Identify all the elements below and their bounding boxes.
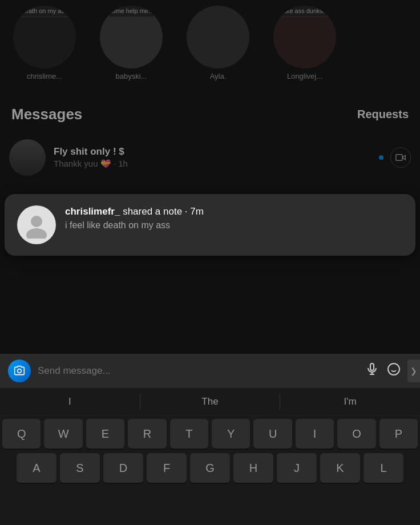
story-item-3[interactable]: fake ass dunks... Longlivej... bbox=[265, 6, 345, 80]
story-avatar-2 bbox=[187, 6, 249, 68]
suggestion-1[interactable]: The bbox=[140, 388, 280, 415]
preview-text-0: Thankk yuu 💝 · 1h bbox=[54, 159, 128, 169]
story-name-3: Longlivej... bbox=[265, 72, 345, 80]
popup-dot: · bbox=[185, 206, 190, 217]
message-list: Fly shit only ! $ Thankk yuu 💝 · 1h bbox=[0, 129, 420, 186]
message-input-bar: ❯ bbox=[0, 354, 420, 388]
key-D[interactable]: D bbox=[103, 453, 143, 483]
key-F[interactable]: F bbox=[147, 453, 187, 483]
popup-message: i feel like death on my ass bbox=[65, 220, 403, 231]
popup-time: 7m bbox=[190, 206, 204, 217]
key-K[interactable]: K bbox=[320, 453, 360, 483]
suggestion-2[interactable]: I'm bbox=[280, 388, 420, 415]
key-L[interactable]: L bbox=[364, 453, 403, 483]
key-G[interactable]: G bbox=[190, 453, 230, 483]
svg-point-1 bbox=[31, 216, 42, 227]
message-actions-0 bbox=[379, 147, 411, 168]
chevron-right-icon[interactable]: ❯ bbox=[407, 360, 420, 382]
svg-rect-4 bbox=[370, 364, 374, 370]
popup-action-text: shared a note bbox=[123, 206, 182, 217]
popup-title: chrislimefr_ shared a note · 7m bbox=[65, 205, 403, 218]
story-name-0: chrislime... bbox=[5, 72, 84, 80]
story-note-1: come help me... bbox=[104, 6, 159, 17]
key-S[interactable]: S bbox=[60, 453, 100, 483]
key-R[interactable]: R bbox=[128, 419, 166, 449]
key-J[interactable]: J bbox=[277, 453, 317, 483]
story-name-2: Ayla. bbox=[178, 72, 258, 80]
story-avatar-3: fake ass dunks... bbox=[273, 6, 336, 68]
svg-point-3 bbox=[18, 369, 22, 373]
message-content-0: Fly shit only ! $ Thankk yuu 💝 · 1h bbox=[54, 146, 371, 169]
messages-title: Messages bbox=[11, 106, 82, 123]
key-I[interactable]: I bbox=[296, 419, 334, 449]
avatar-silhouette-0 bbox=[9, 139, 46, 176]
key-E[interactable]: E bbox=[86, 419, 124, 449]
svg-rect-0 bbox=[396, 155, 402, 161]
story-item-0[interactable]: death on my ass chrislime... bbox=[5, 6, 84, 80]
key-H[interactable]: H bbox=[233, 453, 273, 483]
key-row-0: Q W E R T Y U I O P bbox=[2, 419, 418, 449]
keyboard: I The I'm Q W E R T Y U I O P A S D F G … bbox=[0, 388, 420, 525]
sticker-icon[interactable] bbox=[387, 362, 401, 379]
popup-content: chrislimefr_ shared a note · 7m i feel l… bbox=[65, 205, 403, 231]
message-preview-0: Thankk yuu 💝 · 1h bbox=[54, 159, 371, 169]
microphone-icon[interactable] bbox=[365, 362, 379, 379]
message-item-0[interactable]: Fly shit only ! $ Thankk yuu 💝 · 1h bbox=[0, 134, 420, 181]
key-A[interactable]: A bbox=[17, 453, 56, 483]
unread-dot-0 bbox=[379, 155, 383, 160]
key-Y[interactable]: Y bbox=[212, 419, 250, 449]
story-name-1: babyski... bbox=[91, 72, 171, 80]
input-icons bbox=[365, 362, 401, 379]
story-note-0: death on my ass bbox=[17, 6, 73, 17]
key-T[interactable]: T bbox=[170, 419, 208, 449]
popup-avatar bbox=[17, 205, 56, 244]
messages-header: Messages Requests bbox=[0, 100, 420, 129]
key-Q[interactable]: Q bbox=[2, 419, 41, 449]
suggestions-row: I The I'm bbox=[0, 388, 420, 415]
keys-area: Q W E R T Y U I O P A S D F G H J K L bbox=[0, 415, 420, 490]
requests-title[interactable]: Requests bbox=[357, 108, 409, 121]
key-P[interactable]: P bbox=[379, 419, 418, 449]
stories-area: death on my ass chrislime... come help m… bbox=[0, 0, 420, 100]
message-sender-0: Fly shit only ! $ bbox=[54, 146, 371, 158]
story-avatar-1: come help me... bbox=[100, 6, 163, 68]
popup-username: chrislimefr_ bbox=[65, 206, 120, 217]
story-item-1[interactable]: come help me... babyski... bbox=[91, 6, 171, 80]
story-avatar-0: death on my ass bbox=[13, 6, 76, 68]
story-item-2[interactable]: Ayla. bbox=[178, 6, 258, 80]
key-row-1: A S D F G H J K L bbox=[2, 453, 418, 483]
message-avatar-0 bbox=[9, 139, 46, 176]
story-note-3: fake ass dunks... bbox=[276, 6, 334, 17]
stories-row: death on my ass chrislime... come help m… bbox=[0, 0, 420, 80]
notification-popup: chrislimefr_ shared a note · 7m i feel l… bbox=[5, 194, 415, 256]
suggestion-0[interactable]: I bbox=[0, 388, 140, 415]
key-O[interactable]: O bbox=[337, 419, 375, 449]
camera-button[interactable] bbox=[8, 360, 31, 382]
key-U[interactable]: U bbox=[253, 419, 292, 449]
message-input[interactable] bbox=[38, 365, 358, 377]
svg-point-2 bbox=[26, 228, 47, 239]
svg-point-7 bbox=[388, 364, 399, 375]
key-W[interactable]: W bbox=[44, 419, 82, 449]
camera-icon[interactable] bbox=[390, 147, 411, 168]
